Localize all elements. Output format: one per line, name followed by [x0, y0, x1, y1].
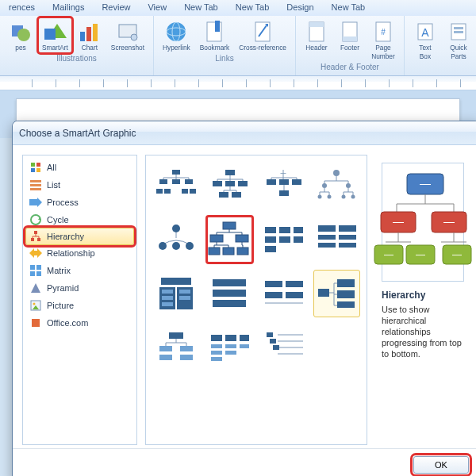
svg-rect-85 — [223, 248, 234, 255]
svg-rect-113 — [265, 292, 282, 298]
quickparts-button[interactable]: Quick Parts — [443, 17, 474, 62]
svg-rect-17 — [309, 22, 324, 27]
cat-process[interactable]: Process — [23, 194, 136, 211]
cat-label: Relationship — [47, 248, 95, 258]
svg-rect-116 — [318, 289, 329, 297]
textbox-button[interactable]: A Text Box — [409, 17, 441, 62]
svg-rect-105 — [162, 302, 173, 306]
dialog-titlebar[interactable]: Choose a SmartArt Graphic — [13, 121, 476, 145]
crossref-button[interactable]: Cross-reference — [235, 17, 290, 53]
svg-rect-89 — [265, 246, 276, 252]
category-list: All List Process Cycle Hierarchy Relatio… — [22, 155, 137, 445]
tab[interactable]: Design — [278, 0, 322, 16]
layout-thumb[interactable] — [313, 270, 361, 317]
ribbon-group-text: A Text Box Quick Parts A Wor — [405, 16, 476, 75]
layout-thumb[interactable] — [206, 324, 254, 371]
tab[interactable]: New Tab — [175, 0, 227, 16]
bookmark-button[interactable]: Bookmark — [196, 17, 234, 53]
cat-all[interactable]: All — [23, 159, 136, 176]
layout-thumb[interactable] — [152, 270, 200, 317]
layout-thumb-hierarchy[interactable] — [206, 216, 254, 263]
tab[interactable]: Mailings — [44, 0, 93, 16]
svg-rect-95 — [339, 225, 356, 232]
layout-thumb[interactable] — [259, 216, 307, 263]
cat-office[interactable]: Office.com — [23, 314, 136, 332]
tab[interactable]: rences — [0, 0, 44, 16]
svg-rect-39 — [31, 238, 34, 241]
group-label — [458, 62, 460, 73]
svg-point-76 — [351, 195, 355, 199]
chart-button[interactable]: Chart — [74, 17, 106, 53]
smartart-button[interactable]: SmartArt — [38, 17, 72, 53]
svg-text:—: — — [452, 249, 462, 260]
svg-rect-67 — [292, 179, 301, 185]
matrix-icon — [29, 264, 42, 277]
footer-button[interactable]: Footer — [334, 17, 366, 62]
layout-thumb[interactable] — [313, 216, 361, 263]
cat-label: All — [47, 163, 56, 172]
cat-list[interactable]: List — [23, 176, 136, 194]
svg-rect-119 — [337, 301, 355, 308]
hyperlink-button[interactable]: Hyperlink — [159, 17, 194, 53]
svg-rect-40 — [37, 238, 40, 241]
svg-rect-138 — [267, 332, 273, 337]
layout-thumb[interactable]: — — [259, 162, 307, 209]
tab[interactable]: View — [139, 0, 175, 16]
layout-thumb[interactable] — [152, 324, 200, 371]
svg-rect-88 — [265, 236, 276, 243]
svg-point-70 — [333, 170, 340, 176]
ok-button[interactable]: OK — [413, 456, 469, 474]
svg-rect-19 — [343, 36, 357, 41]
svg-rect-117 — [337, 279, 355, 287]
svg-rect-65 — [267, 179, 276, 185]
pagenumber-button[interactable]: # Page Number — [367, 17, 399, 62]
screenshot-button[interactable]: Screenshot — [107, 17, 148, 53]
svg-rect-45 — [36, 271, 41, 276]
group-label: Links — [215, 53, 233, 64]
svg-rect-3 — [44, 29, 56, 40]
shapes-button[interactable]: pes — [5, 17, 36, 53]
svg-rect-53 — [172, 179, 180, 184]
layout-thumb[interactable] — [313, 324, 361, 371]
footer-label: Footer — [340, 44, 359, 52]
tab[interactable]: New Tab — [227, 0, 278, 16]
header-label: Header — [305, 44, 327, 52]
svg-rect-66 — [279, 179, 289, 185]
cat-pyramid[interactable]: Pyramid — [23, 279, 136, 297]
svg-rect-114 — [286, 292, 303, 298]
svg-rect-108 — [213, 279, 246, 286]
layout-thumb[interactable] — [152, 162, 200, 209]
svg-rect-110 — [213, 300, 246, 307]
svg-rect-28 — [31, 163, 35, 167]
screenshot-icon — [116, 20, 140, 44]
tab[interactable]: New Tab — [323, 0, 374, 16]
svg-point-80 — [186, 242, 194, 250]
svg-rect-5 — [86, 27, 91, 41]
tab[interactable]: Review — [93, 0, 139, 16]
header-button[interactable]: Header — [301, 17, 332, 62]
svg-rect-120 — [169, 332, 183, 339]
layout-thumb[interactable] — [206, 162, 254, 209]
layout-thumb[interactable] — [152, 216, 200, 263]
layout-thumb[interactable] — [259, 270, 307, 317]
cat-hierarchy[interactable]: Hierarchy — [25, 228, 134, 245]
cat-cycle[interactable]: Cycle — [23, 211, 136, 228]
cat-picture[interactable]: Picture — [23, 297, 136, 314]
cat-label: Pyramid — [47, 283, 79, 293]
svg-rect-109 — [213, 290, 246, 297]
ribbon-group-headerfooter: Header Footer # Page Number Header & Foo… — [296, 16, 405, 75]
svg-rect-82 — [210, 235, 223, 242]
svg-rect-92 — [294, 227, 303, 233]
svg-rect-34 — [30, 188, 41, 190]
svg-rect-87 — [265, 227, 276, 233]
svg-point-75 — [342, 195, 346, 199]
svg-rect-125 — [211, 335, 222, 341]
layout-thumb[interactable] — [206, 270, 254, 317]
cat-matrix[interactable]: Matrix — [23, 262, 136, 279]
layout-thumb[interactable] — [259, 324, 307, 371]
picture-icon — [29, 299, 42, 312]
cat-relationship[interactable]: Relationship — [23, 244, 136, 262]
layout-thumb[interactable] — [313, 162, 361, 209]
svg-rect-29 — [36, 163, 40, 167]
header-icon — [305, 20, 328, 44]
